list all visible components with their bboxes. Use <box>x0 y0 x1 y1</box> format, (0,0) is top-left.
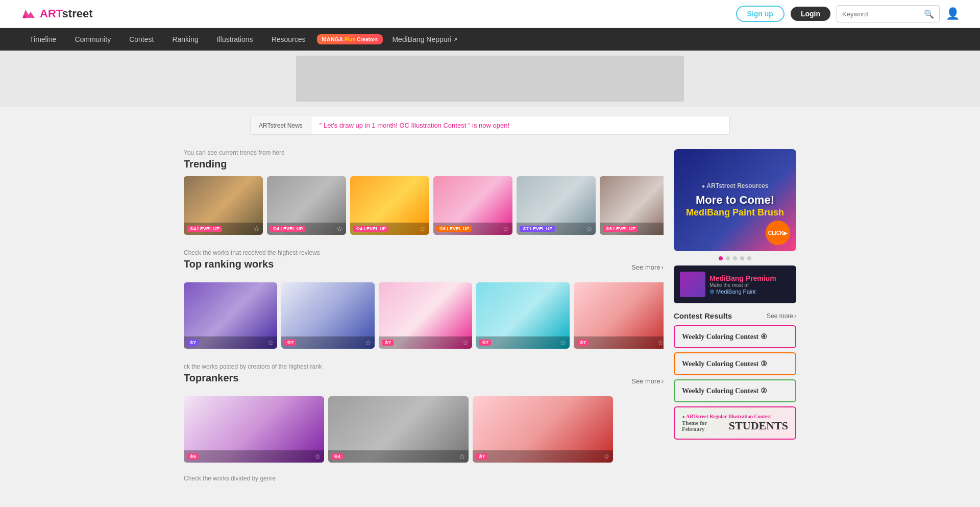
toprankers-section: ck the works posted by creators of the h… <box>184 363 664 463</box>
level-badge: ♔7 <box>284 340 296 346</box>
nav-item-ranking[interactable]: Ranking <box>163 28 207 51</box>
favorite-btn[interactable]: ☆ <box>253 225 260 233</box>
news-label: ARTstreet News <box>251 117 311 134</box>
top-ranking-section: Check the works that received the highes… <box>184 249 664 349</box>
banner-area <box>0 51 980 107</box>
header-actions: Sign up Login 🔍 👤 <box>736 5 960 22</box>
external-icon: ↗ <box>453 37 457 42</box>
ranking-item-1[interactable]: ♔7 ☆ <box>184 282 277 349</box>
login-button[interactable]: Login <box>791 7 830 21</box>
topranker-item-2[interactable]: ♔4 ☆ <box>328 396 469 463</box>
trending-subtitle: You can see current trends from here <box>184 149 664 156</box>
level-badge: ♔4 LEVEL UP <box>353 226 388 232</box>
dot-4[interactable] <box>740 256 744 260</box>
top-ranking-title-row: Top ranking works See more › <box>184 258 664 276</box>
nav-manga-plus[interactable]: MANGA Plus Creators <box>317 34 383 44</box>
premium-brand: MediBang Premium <box>709 274 776 282</box>
logo-icon <box>20 6 37 22</box>
nav-item-resources[interactable]: Resources <box>262 28 315 51</box>
dot-2[interactable] <box>726 256 730 260</box>
favorite-btn[interactable]: ☆ <box>267 339 274 347</box>
premium-sub: Make the most of ⊕ MediBang Paint <box>709 282 776 295</box>
nav-item-timeline[interactable]: Timeline <box>20 28 65 51</box>
favorite-btn[interactable]: ☆ <box>420 225 426 233</box>
toprankers-see-more[interactable]: See more › <box>631 377 664 385</box>
level-badge: ♔6 LEVEL UP <box>603 226 638 232</box>
news-bar-wrapper: ARTstreet News " Let's draw up in 1 mont… <box>0 107 980 144</box>
favorite-btn[interactable]: ☆ <box>503 225 509 233</box>
favorite-btn[interactable]: ☆ <box>586 225 593 233</box>
user-icon[interactable]: 👤 <box>946 7 960 20</box>
trending-item-5[interactable]: ♔7 LEVEL UP ☆ <box>517 176 596 235</box>
sidebar-ad-logo: ⬥ ARTstreet Resources <box>686 182 784 189</box>
favorite-btn[interactable]: ☆ <box>365 339 372 347</box>
favorite-btn[interactable]: ☆ <box>336 225 343 233</box>
news-text[interactable]: " Let's draw up in 1 month! OC Illustrat… <box>311 116 518 134</box>
carousel-dots <box>674 256 796 260</box>
toprankers-row: ♔6 ☆ ♔4 ☆ ♔7 ☆ <box>184 396 664 463</box>
level-badge: ♔4 LEVEL UP <box>187 226 222 232</box>
sidebar-ad-content: ⬥ ARTstreet Resources More to Come! Medi… <box>686 182 784 218</box>
main-nav: Timeline Community Contest Ranking Illus… <box>0 28 980 51</box>
trending-section: You can see current trends from here Tre… <box>184 149 664 235</box>
news-bar: ARTstreet News " Let's draw up in 1 mont… <box>250 116 730 135</box>
level-badge: ♔6 LEVEL UP <box>436 226 472 232</box>
topranker-item-1[interactable]: ♔6 ☆ <box>184 396 324 463</box>
trending-item-3[interactable]: ♔4 LEVEL UP ☆ <box>350 176 429 235</box>
nav-item-community[interactable]: Community <box>65 28 120 51</box>
medibang-premium-banner[interactable]: MediBang Premium Make the most of ⊕ Medi… <box>674 265 796 303</box>
trending-item-6[interactable]: ♔6 LEVEL UP ☆ <box>600 176 664 235</box>
ranking-item-5[interactable]: ♔7 ☆ <box>574 282 664 349</box>
contest-item-2[interactable]: Weekly Coloring Contest ③ <box>674 352 796 375</box>
signup-button[interactable]: Sign up <box>736 6 785 22</box>
nav-neppuri[interactable]: MediBang Neppuri ↗ <box>383 35 467 43</box>
svg-point-0 <box>23 15 26 18</box>
premium-thumb <box>680 272 705 297</box>
favorite-btn[interactable]: ☆ <box>462 339 469 347</box>
favorite-btn[interactable]: ☆ <box>314 452 321 461</box>
chevron-right-icon: › <box>794 312 796 320</box>
contest-results-header: Contest Results See more › <box>674 311 796 320</box>
level-badge: ♔4 <box>331 453 343 460</box>
dot-5[interactable] <box>747 256 751 260</box>
premium-paint: ⊕ MediBang Paint <box>709 288 776 295</box>
ranking-item-2[interactable]: ♔7 ☆ <box>281 282 375 349</box>
trending-row: ♔4 LEVEL UP ☆ ♔4 LEVEL UP ☆ ♔4 LEVEL UP <box>184 176 664 235</box>
contest-item-1[interactable]: Weekly Coloring Contest ④ <box>674 325 796 348</box>
logo[interactable]: ARTstreet <box>20 6 93 22</box>
sidebar-ad-banner[interactable]: ⬥ ARTstreet Resources More to Come! Medi… <box>674 149 796 251</box>
promo-content: ⬥ ARTstreet Regular Illustration Contest… <box>682 414 788 432</box>
chevron-right-icon: › <box>662 377 664 385</box>
dot-1[interactable] <box>719 256 723 260</box>
artstreet-tag: ⬥ ARTstreet Regular Illustration Contest <box>682 414 788 419</box>
topranker-item-3[interactable]: ♔7 ☆ <box>473 396 613 463</box>
favorite-btn[interactable]: ☆ <box>657 339 664 347</box>
trending-item-2[interactable]: ♔4 LEVEL UP ☆ <box>267 176 346 235</box>
logo-text: ARTstreet <box>40 7 93 20</box>
favorite-btn[interactable]: ☆ <box>603 452 610 461</box>
ranking-item-3[interactable]: ♔7 ☆ <box>379 282 472 349</box>
dot-3[interactable] <box>733 256 737 260</box>
favorite-btn[interactable]: ☆ <box>560 339 567 347</box>
content-area: You can see current trends from here Tre… <box>184 149 664 482</box>
banner-image <box>296 56 684 102</box>
trending-item-1[interactable]: ♔4 LEVEL UP ☆ <box>184 176 263 235</box>
toprankers-title-row: Toprankers See more › <box>184 372 664 390</box>
main-container: You can see current trends from here Tre… <box>163 144 817 487</box>
contest-item-3[interactable]: Weekly Coloring Contest ② <box>674 379 796 402</box>
toprankers-title: Toprankers <box>184 372 238 384</box>
toprankers-subtitle: ck the works posted by creators of the h… <box>184 363 664 370</box>
ranking-item-4[interactable]: ♔7 ☆ <box>476 282 570 349</box>
top-ranking-see-more[interactable]: See more › <box>631 263 664 271</box>
favorite-btn[interactable]: ☆ <box>459 452 465 461</box>
nav-item-illustrations[interactable]: Illustrations <box>208 28 262 51</box>
contest-promo-item[interactable]: ⬥ ARTstreet Regular Illustration Contest… <box>674 406 796 440</box>
contest-see-more[interactable]: See more › <box>767 312 796 320</box>
level-badge: ♔7 <box>187 340 199 346</box>
search-button[interactable]: 🔍 <box>919 9 939 19</box>
search-input[interactable] <box>837 10 919 18</box>
click-button[interactable]: CLICK▶ <box>766 221 790 245</box>
chevron-right-icon: › <box>662 263 664 271</box>
trending-item-4[interactable]: ♔6 LEVEL UP ☆ <box>433 176 512 235</box>
nav-item-contest[interactable]: Contest <box>120 28 163 51</box>
